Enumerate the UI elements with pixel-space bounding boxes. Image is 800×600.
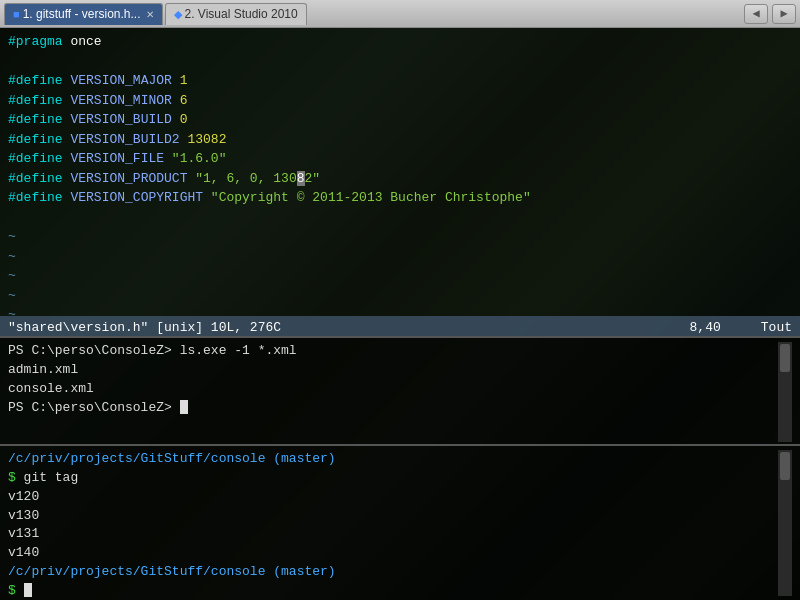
vim-position: 8,40	[690, 320, 721, 335]
vim-status-bar: "shared\version.h" [unix] 10L, 276C 8,40…	[0, 316, 800, 338]
terminal-pane-2[interactable]: /c/priv/projects/GitStuff/console (maste…	[0, 446, 800, 600]
tab-vs2010[interactable]: ◆ 2. Visual Studio 2010	[165, 3, 307, 25]
ps-output-2: console.xml	[8, 380, 776, 399]
bash-path-1: /c/priv/projects/GitStuff/console (maste…	[8, 450, 776, 469]
file-icon: ■	[13, 8, 20, 20]
vs-icon: ◆	[174, 8, 182, 21]
ps-output-1: admin.xml	[8, 361, 776, 380]
vim-line-5: #define VERSION_BUILD 0	[8, 110, 792, 130]
vim-tilde-4: ~	[8, 286, 792, 306]
vim-view: Tout	[761, 320, 792, 335]
vim-line-1: #pragma once	[8, 32, 792, 52]
terminal1-scrollbar-thumb[interactable]	[780, 344, 790, 372]
git-output-v140: v140	[8, 544, 776, 563]
vim-pane: #pragma once #define VERSION_MAJOR 1 #de…	[0, 28, 800, 338]
vim-line-9: #define VERSION_COPYRIGHT "Copyright © 2…	[8, 188, 792, 208]
tab-label-1: 1. gitstuff - version.h...	[23, 7, 141, 21]
bash-path-2: /c/priv/projects/GitStuff/console (maste…	[8, 563, 776, 582]
git-output-v120: v120	[8, 488, 776, 507]
bash-cmd-1: $ git tag	[8, 469, 776, 488]
vim-line-10	[8, 208, 792, 228]
vim-line-3: #define VERSION_MAJOR 1	[8, 71, 792, 91]
vim-status-right: 8,40 Tout	[690, 320, 792, 335]
terminal2-scrollbar[interactable]	[778, 450, 792, 596]
vim-tilde-1: ~	[8, 227, 792, 247]
ps-prompt-1: PS C:\perso\ConsoleZ> ls.exe -1 *.xml	[8, 342, 776, 361]
git-output-v130: v130	[8, 507, 776, 526]
vim-line-7: #define VERSION_FILE "1.6.0"	[8, 149, 792, 169]
nav-back-button[interactable]: ◀	[744, 4, 768, 24]
vim-filename: "shared\version.h" [unix] 10L, 276C	[8, 320, 281, 335]
vim-line-6: #define VERSION_BUILD2 13082	[8, 130, 792, 150]
nav-fwd-button[interactable]: ▶	[772, 4, 796, 24]
terminal2-scrollbar-thumb[interactable]	[780, 452, 790, 480]
vim-line-2	[8, 52, 792, 72]
bash-prompt-2: $	[8, 582, 776, 600]
tab-close-1[interactable]: ✕	[146, 9, 154, 20]
main-area: #pragma once #define VERSION_MAJOR 1 #de…	[0, 28, 800, 600]
vim-tilde-2: ~	[8, 247, 792, 267]
vim-content: #pragma once #define VERSION_MAJOR 1 #de…	[0, 28, 800, 329]
vim-line-4: #define VERSION_MINOR 6	[8, 91, 792, 111]
tab-label-2: 2. Visual Studio 2010	[185, 7, 298, 21]
vim-tilde-3: ~	[8, 266, 792, 286]
git-output-v131: v131	[8, 525, 776, 544]
vim-line-8: #define VERSION_PRODUCT "1, 6, 0, 13082"	[8, 169, 792, 189]
terminal-pane-1[interactable]: PS C:\perso\ConsoleZ> ls.exe -1 *.xml ad…	[0, 338, 800, 446]
terminal1-scrollbar[interactable]	[778, 342, 792, 442]
nav-buttons: ◀ ▶	[744, 4, 796, 24]
title-bar: ■ 1. gitstuff - version.h... ✕ ◆ 2. Visu…	[0, 0, 800, 28]
tab-gitstuff[interactable]: ■ 1. gitstuff - version.h... ✕	[4, 3, 163, 25]
ps-prompt-2: PS C:\perso\ConsoleZ>	[8, 399, 776, 418]
